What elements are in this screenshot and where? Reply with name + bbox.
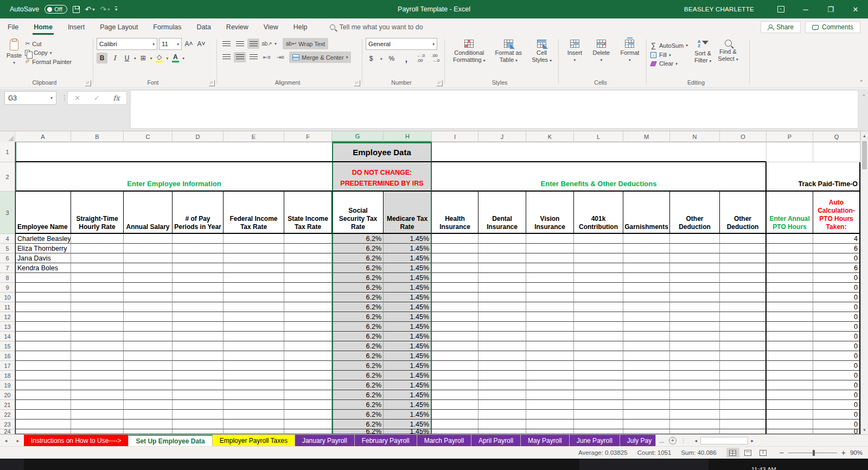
sheet-tab-april-payroll[interactable]: April Payroll [471, 435, 521, 446]
cell-i6[interactable] [432, 253, 478, 263]
cell-a11[interactable] [15, 302, 71, 312]
cell-q19[interactable]: 0 [813, 380, 860, 390]
sheet-nav-left-icon[interactable]: ◂ [0, 435, 12, 446]
cell-k19[interactable] [526, 380, 574, 390]
cell-l15[interactable] [574, 341, 623, 351]
cell-m24[interactable] [623, 429, 670, 434]
cell-k6[interactable] [526, 253, 574, 263]
windows-taskbar[interactable]: 11:43 AM [0, 459, 868, 470]
column-header-h[interactable]: H [384, 131, 432, 142]
delete-cells-button[interactable]: ✕ Delete▾ [589, 38, 613, 64]
cell-b17[interactable] [71, 361, 124, 371]
cell-e17[interactable] [224, 361, 284, 371]
cell-a9[interactable] [15, 283, 71, 293]
cell-g21[interactable]: 6.2% [332, 400, 384, 410]
cell-m16[interactable] [623, 351, 670, 361]
cell-a18[interactable] [15, 371, 71, 380]
cell-n18[interactable] [670, 371, 720, 380]
cell-o15[interactable] [720, 341, 767, 351]
cell-g13[interactable]: 6.2% [332, 322, 384, 332]
cell-m17[interactable] [623, 361, 670, 371]
field-header-d[interactable]: # of Pay Periods in Year [173, 192, 224, 234]
cell-m19[interactable] [623, 380, 670, 390]
ribbon-tab-view[interactable]: View [256, 20, 286, 35]
cell-q18[interactable]: 0 [813, 371, 860, 380]
cell-k20[interactable] [526, 390, 574, 400]
row-header-7[interactable]: 7 [0, 263, 15, 273]
cell-e23[interactable] [224, 420, 284, 429]
cell-c5[interactable] [124, 244, 173, 253]
cell-l16[interactable] [574, 351, 623, 361]
paste-button[interactable]: Paste ▾ [3, 38, 25, 67]
sheet-tab-employer-payroll-taxes[interactable]: Employer Payroll Taxes [213, 435, 295, 446]
cell-g14[interactable]: 6.2% [332, 332, 384, 341]
cell-c7[interactable] [124, 263, 173, 273]
field-header-l[interactable]: 401k Contribution [574, 192, 623, 234]
scroll-down-icon[interactable]: ▼ [861, 425, 868, 434]
cell-h7[interactable]: 1.45% [384, 263, 432, 273]
cell-a21[interactable] [15, 400, 71, 410]
cell-e8[interactable] [224, 273, 284, 283]
cell-n17[interactable] [670, 361, 720, 371]
cell-p19[interactable] [767, 380, 813, 390]
cell-j18[interactable] [478, 371, 526, 380]
cell-n10[interactable] [670, 293, 720, 302]
cell-f17[interactable] [284, 361, 332, 371]
cell-e19[interactable] [224, 380, 284, 390]
cell-h11[interactable]: 1.45% [384, 302, 432, 312]
cell-d6[interactable] [173, 253, 224, 263]
cell-o9[interactable] [720, 283, 767, 293]
start-button[interactable] [0, 459, 24, 470]
cell-b9[interactable] [71, 283, 124, 293]
cell-o7[interactable] [720, 263, 767, 273]
cell-p15[interactable] [767, 341, 813, 351]
cell-q21[interactable]: 0 [813, 400, 860, 410]
field-header-o[interactable]: Other Deduction [720, 192, 767, 234]
orientation-button[interactable]: ab↗ [261, 39, 273, 49]
cell-e10[interactable] [224, 293, 284, 302]
cell-l12[interactable] [574, 312, 623, 322]
row-header-17[interactable]: 17 [0, 361, 15, 371]
cell-a17[interactable] [15, 361, 71, 371]
cell-h10[interactable]: 1.45% [384, 293, 432, 302]
cell-n12[interactable] [670, 312, 720, 322]
fill-color-dropdown[interactable]: ▾ [167, 56, 169, 61]
cell-i10[interactable] [432, 293, 478, 302]
ribbon-tab-formulas[interactable]: Formulas [145, 20, 189, 35]
cell-h5[interactable]: 1.45% [384, 244, 432, 253]
zoom-in-button[interactable]: + [841, 448, 846, 457]
redo-button[interactable]: ↷▾ [100, 5, 110, 14]
cell-l19[interactable] [574, 380, 623, 390]
cell-f20[interactable] [284, 390, 332, 400]
fill-color-button[interactable]: ◇ [154, 53, 165, 63]
new-sheet-button[interactable]: + [669, 437, 676, 444]
cell-i22[interactable] [432, 410, 478, 420]
cell-p13[interactable] [767, 322, 813, 332]
cell-d12[interactable] [173, 312, 224, 322]
sheet-tab-may-payroll[interactable]: May Payroll [521, 435, 570, 446]
cell-m12[interactable] [623, 312, 670, 322]
cell-p21[interactable] [767, 400, 813, 410]
cell-b5[interactable] [71, 244, 124, 253]
cell-g12[interactable]: 6.2% [332, 312, 384, 322]
cell-o17[interactable] [720, 361, 767, 371]
cell-e15[interactable] [224, 341, 284, 351]
cell-p12[interactable] [767, 312, 813, 322]
cell-f19[interactable] [284, 380, 332, 390]
row-header-4[interactable]: 4 [0, 234, 15, 244]
cancel-formula-button[interactable]: ✕ [74, 94, 80, 102]
cell-d4[interactable] [173, 234, 224, 244]
cell-h21[interactable]: 1.45% [384, 400, 432, 410]
cell-h14[interactable]: 1.45% [384, 332, 432, 341]
cell-p8[interactable] [767, 273, 813, 283]
formula-bar-expand-icon[interactable]: ⌃ [861, 94, 866, 99]
bold-button[interactable]: B [97, 53, 107, 63]
cell-n5[interactable] [670, 244, 720, 253]
cell-c18[interactable] [124, 371, 173, 380]
column-header-d[interactable]: D [173, 131, 224, 142]
cell-l5[interactable] [574, 244, 623, 253]
cell-c19[interactable] [124, 380, 173, 390]
row-header-6[interactable]: 6 [0, 253, 15, 263]
field-header-f[interactable]: State Income Tax Rate [284, 192, 332, 234]
cell-l7[interactable] [574, 263, 623, 273]
